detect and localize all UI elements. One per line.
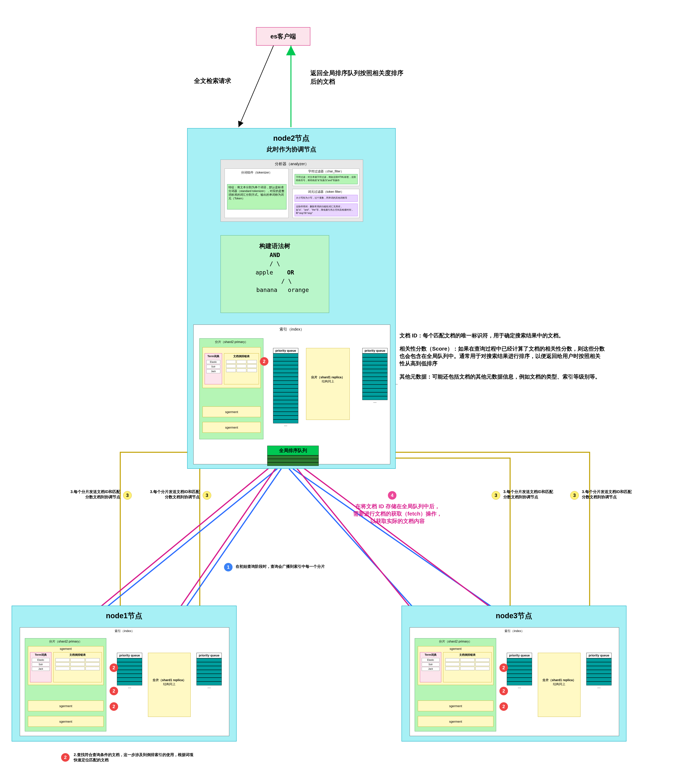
- syntax-l4: / \: [221, 277, 329, 285]
- syntax-l1: AND: [221, 250, 329, 259]
- note-p3: 其他元数据：可能还包括文档的其他元数据信息，例如文档的类型、索引等级别等。: [399, 373, 605, 380]
- node2-segment2: sgerment: [202, 407, 261, 417]
- note-p2: 相关性分数（Score）：如果在查询过程中已经计算了文档的相关性分数，则这些分数…: [399, 345, 605, 367]
- step3-text-4: 3.每个分片发送文档ID和匹配分数文档到协调节点: [582, 489, 634, 500]
- node3-step2c: 2: [499, 702, 508, 711]
- step-2-node2: 2: [260, 357, 268, 366]
- node1-step2b: 2: [110, 687, 118, 695]
- tokenizer-box: 分词组件（tokenizer） 特征：将文本分割为单个词语，默认是标准分词器（s…: [225, 168, 289, 218]
- step3-circle-4: 3: [570, 491, 579, 500]
- node3-replica: 分片（shard1 replica） 结构同上: [538, 653, 581, 717]
- syntax-l2: / \: [221, 259, 329, 268]
- node2-index-panel: 索引（index） 分片（shard2 primary） Term词典 Elas…: [193, 324, 390, 464]
- step1-circle: 1: [224, 563, 233, 572]
- step2-note: 2.查找符合查询条件的文档，这一步涉及到倒排索引的使用，根据词项快速定位匹配的文…: [74, 752, 194, 763]
- node1-shard2: 分片（shard2 primary） sgement Term词典 Elasti…: [25, 638, 106, 731]
- step3-text-3: 3.每个分片发送文档ID和匹配分数文档到协调节点: [503, 489, 556, 500]
- node3-pq1: priority queue ···: [507, 653, 532, 690]
- node2-shard2: 分片（shard2 primary） Term词典 Elastic Solr J…: [199, 338, 263, 439]
- client-box: es客户端: [256, 27, 310, 46]
- char-filter-box: 字符过滤器（char_filter） 字符过滤：对文本做字符过滤，例如去除HTM…: [292, 168, 360, 186]
- token-filter-detail2: 去除停用词：删除常用的功能性词汇无用词，如"a"、"and"、"the"等，降低…: [295, 204, 358, 216]
- global-queue: 全局排序队列: [267, 446, 319, 466]
- node2-replica: 分片（shard1 replica） 结构同上: [306, 348, 350, 420]
- analyzer-title: 分析器（analyzer）: [221, 160, 363, 166]
- node2-index-label: 索引（index）: [194, 325, 390, 334]
- svg-line-0: [238, 46, 273, 127]
- node1-index-panel: 索引（index） 分片（shard2 primary） sgement Ter…: [20, 628, 229, 736]
- node1-replica: 分片（shard1 replica） 结构同上: [148, 653, 190, 717]
- node2-posting-list: 文档倒排链表: [224, 353, 259, 384]
- step3-text-2: 3.每个分片发送文档ID和匹配分数文档到协调节点: [148, 489, 200, 500]
- step3-circle-1: 3: [123, 491, 132, 500]
- node2-pq1: priority queue ···: [273, 348, 298, 428]
- tokenizer-detail: 特征：将文本分割为单个词语，默认是标准分词器（standard tokenize…: [227, 184, 286, 209]
- node3-shard2: 分片（shard2 primary） sgement Term词典 Elasti…: [415, 638, 496, 731]
- right-note: 文档 ID：每个匹配文档的唯一标识符，用于确定搜索结果中的文档。 相关性分数（S…: [399, 332, 605, 380]
- node2-title: node2节点: [187, 128, 395, 143]
- node2-segment3: sgerment: [202, 422, 261, 433]
- node1-segment1: sgement Term词典 Elastic Solr Jack 文档倒排链表: [28, 646, 103, 685]
- node3-index-label: 索引（index）: [410, 628, 619, 635]
- token-filter-box: 词元过滤器（token filter） 大小写转为小写，过个复数，同单词的其他词…: [292, 189, 360, 218]
- syntax-l3: apple OR: [221, 268, 329, 277]
- syntax-title: 构建语法树: [221, 241, 329, 250]
- node1-container: node1节点 索引（index） 分片（shard2 primary） sge…: [11, 606, 236, 741]
- node1-pq1: priority queue ···: [117, 653, 142, 690]
- analyzer-panel: 分析器（analyzer） 分词组件（tokenizer） 特征：将文本分割为单…: [220, 160, 363, 222]
- node2-subtitle: 此时作为协调节点: [187, 143, 395, 154]
- node2-container: node2节点 此时作为协调节点 分析器（analyzer） 分词组件（toke…: [187, 128, 396, 469]
- client-label: es客户端: [270, 32, 296, 41]
- node2-pq2: priority queue ···: [362, 348, 388, 405]
- node1-step2a: 2: [110, 664, 118, 672]
- step3-circle-2: 3: [203, 491, 211, 500]
- node1-index-label: 索引（index）: [20, 628, 229, 635]
- arrow-label-response: 返回全局排序队列按照相关度排序后的文档: [310, 69, 407, 86]
- step2-note-circle: 2: [61, 753, 70, 762]
- node3-pq2: priority queue ···: [586, 653, 611, 690]
- tokenizer-label: 分词组件（tokenizer）: [225, 169, 288, 177]
- token-filter-label: 词元过滤器（token filter）: [293, 189, 359, 195]
- step3-text-1: 3.每个分片发送文档ID和匹配分数文档到协调节点: [68, 489, 120, 500]
- arrow-label-request: 全文检索请求: [194, 77, 231, 85]
- node3-index-panel: 索引（index） 分片（shard2 primary） sgement Ter…: [410, 628, 619, 736]
- node3-title: node3节点: [402, 606, 626, 621]
- node3-segment1: sgement Term词典 Elastic Solr Jack 文档倒排链表: [418, 646, 493, 685]
- node1-title: node1节点: [12, 606, 236, 621]
- node2-segment1: Term词典 Elastic Solr Jack 文档倒排链表: [202, 347, 261, 388]
- node2-shard2-label: 分片（shard2 primary）: [200, 339, 263, 346]
- node1-pq2: priority queue ···: [197, 653, 222, 690]
- char-filter-label: 字符过滤器（char_filter）: [293, 169, 359, 174]
- node3-container: node3节点 索引（index） 分片（shard2 primary） sge…: [401, 606, 626, 741]
- node1-step2c: 2: [110, 702, 118, 711]
- syntax-tree-box: 构建语法树 AND / \ apple OR / \ banana orange: [220, 235, 329, 313]
- token-filter-detail1: 大小写转为小写，过个复数，同单词的其他词根等: [295, 195, 358, 202]
- step4-text: 在将文档 ID 存储在全局队列中后， 需要进行文档的获取（fetch）操作， 以…: [310, 503, 485, 525]
- node2-term-dict: Term词典 Elastic Solr Jack: [205, 353, 222, 384]
- node3-step2b: 2: [499, 687, 508, 695]
- step4-circle: 4: [388, 491, 396, 500]
- char-filter-detail: 字符过滤：对文本做字符过滤，例如去除HTML标签，去除特殊符号，将特殊的"&"转…: [295, 174, 358, 184]
- step1-text: 在初始查询阶段时，查询会广播到索引中每一个分片: [236, 564, 371, 569]
- step3-circle-3: 3: [492, 491, 500, 500]
- syntax-l5: banana orange: [221, 285, 329, 294]
- node3-step2a: 2: [499, 664, 508, 672]
- note-p1: 文档 ID：每个匹配文档的唯一标识符，用于确定搜索结果中的文档。: [399, 332, 605, 339]
